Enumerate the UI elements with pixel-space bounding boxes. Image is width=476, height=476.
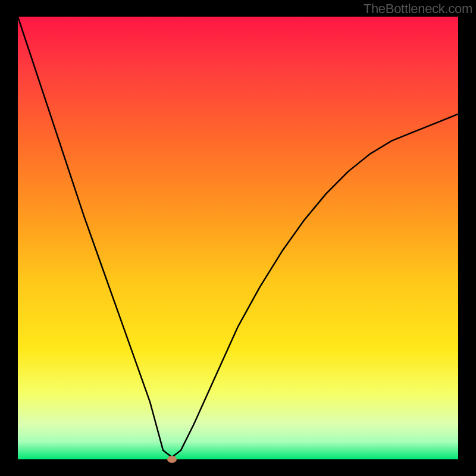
chart-container: TheBottleneck.com [0,0,476,476]
bottleneck-chart [0,0,476,476]
optimal-marker [167,456,177,463]
watermark-text: TheBottleneck.com [364,1,472,17]
plot-background [18,17,458,459]
